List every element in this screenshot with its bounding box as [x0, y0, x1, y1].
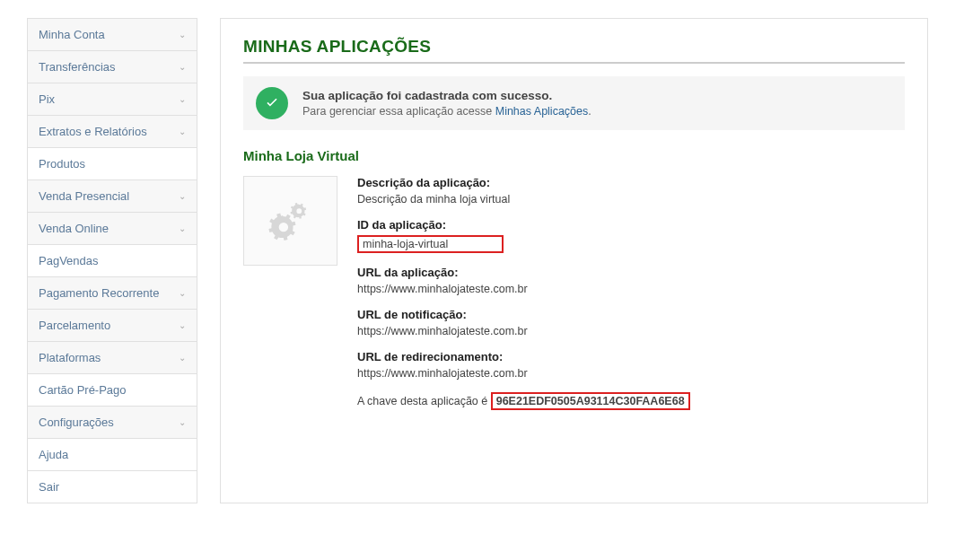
- alert-link[interactable]: Minhas Aplicações: [495, 105, 589, 118]
- chevron-down-icon: ⌄: [179, 30, 186, 39]
- sidebar-item[interactable]: Parcelamento⌄: [28, 310, 197, 342]
- sidebar-item-label: Minha Conta: [39, 28, 105, 41]
- sidebar-item[interactable]: Cartão Pré-Pago: [28, 374, 197, 407]
- sidebar-item-label: Produtos: [39, 157, 85, 171]
- chevron-down-icon: ⌄: [179, 353, 186, 363]
- app-id-value: minha-loja-virtual: [357, 235, 504, 253]
- sidebar-item-label: Pix: [39, 92, 55, 106]
- app-key-prefix: A chave desta aplicação é: [357, 395, 491, 407]
- app-name-heading: Minha Loja Virtual: [243, 148, 905, 163]
- sidebar-item-label: Cartão Pré-Pago: [39, 383, 127, 397]
- app-key-value: 96E21EDF0505A93114C30FAA6E68: [491, 392, 690, 410]
- sidebar-item-label: PagVendas: [39, 254, 99, 267]
- sidebar-item[interactable]: Transferências⌄: [28, 51, 197, 83]
- sidebar-item[interactable]: Plataformas⌄: [28, 342, 197, 374]
- check-circle-icon: [256, 87, 288, 119]
- sidebar-item[interactable]: PagVendas: [28, 245, 197, 277]
- gear-icon: [265, 194, 317, 249]
- sidebar: Minha Conta⌄Transferências⌄Pix⌄Extratos …: [27, 18, 197, 503]
- description-label: Descrição da aplicação:: [357, 176, 905, 189]
- sidebar-item[interactable]: Venda Online⌄: [28, 213, 197, 245]
- sidebar-item-label: Venda Presencial: [39, 189, 129, 203]
- sidebar-item-label: Parcelamento: [39, 319, 110, 332]
- notification-url-label: URL de notificação:: [357, 308, 905, 321]
- app-id-label: ID da aplicação:: [357, 218, 905, 232]
- chevron-down-icon: ⌄: [179, 94, 186, 104]
- success-alert: Sua aplicação foi cadastrada com sucesso…: [243, 76, 905, 130]
- redirect-url-label: URL de redirecionamento:: [357, 350, 905, 363]
- sidebar-item-label: Sair: [39, 480, 59, 494]
- page-title: MINHAS APLICAÇÕES: [243, 37, 905, 64]
- sidebar-item-label: Venda Online: [39, 222, 109, 235]
- sidebar-item-label: Plataformas: [39, 351, 101, 364]
- app-url-label: URL da aplicação:: [357, 266, 905, 279]
- sidebar-item[interactable]: Extratos e Relatórios⌄: [28, 116, 197, 148]
- description-value: Descrição da minha loja virtual: [357, 193, 905, 206]
- sidebar-item-label: Transferências: [39, 60, 116, 74]
- sidebar-item[interactable]: Produtos: [28, 148, 197, 180]
- chevron-down-icon: ⌄: [179, 417, 186, 427]
- app-thumbnail: [243, 176, 337, 266]
- sidebar-item[interactable]: Configurações⌄: [28, 407, 197, 439]
- app-url-value: https://www.minhalojateste.com.br: [357, 283, 905, 295]
- sidebar-item[interactable]: Venda Presencial⌄: [28, 180, 197, 213]
- sidebar-item-label: Pagamento Recorrente: [39, 286, 159, 300]
- alert-body: Sua aplicação foi cadastrada com sucesso…: [302, 89, 591, 118]
- sidebar-item[interactable]: Pix⌄: [28, 83, 197, 116]
- alert-title: Sua aplicação foi cadastrada com sucesso…: [302, 89, 591, 102]
- sidebar-item[interactable]: Ajuda: [28, 439, 197, 471]
- notification-url-value: https://www.minhalojateste.com.br: [357, 325, 905, 337]
- alert-desc-prefix: Para gerenciar essa aplicação acesse: [302, 105, 495, 118]
- chevron-down-icon: ⌄: [179, 62, 186, 72]
- chevron-down-icon: ⌄: [179, 288, 186, 298]
- sidebar-item-label: Configurações: [39, 416, 114, 429]
- app-key-line: A chave desta aplicação é 96E21EDF0505A9…: [357, 392, 905, 410]
- sidebar-item[interactable]: Pagamento Recorrente⌄: [28, 277, 197, 310]
- alert-desc-suffix: .: [588, 105, 591, 118]
- redirect-url-value: https://www.minhalojateste.com.br: [357, 367, 905, 380]
- sidebar-item[interactable]: Minha Conta⌄: [28, 19, 197, 51]
- chevron-down-icon: ⌄: [179, 320, 186, 330]
- main-panel: MINHAS APLICAÇÕES Sua aplicação foi cada…: [220, 18, 928, 503]
- chevron-down-icon: ⌄: [179, 127, 186, 136]
- alert-desc: Para gerenciar essa aplicação acesse Min…: [302, 105, 591, 118]
- chevron-down-icon: ⌄: [179, 223, 186, 233]
- sidebar-item-label: Extratos e Relatórios: [39, 125, 147, 138]
- app-details: Descrição da aplicação: Descrição da min…: [357, 176, 905, 410]
- sidebar-item[interactable]: Sair: [28, 471, 197, 503]
- sidebar-item-label: Ajuda: [39, 448, 68, 461]
- chevron-down-icon: ⌄: [179, 191, 186, 201]
